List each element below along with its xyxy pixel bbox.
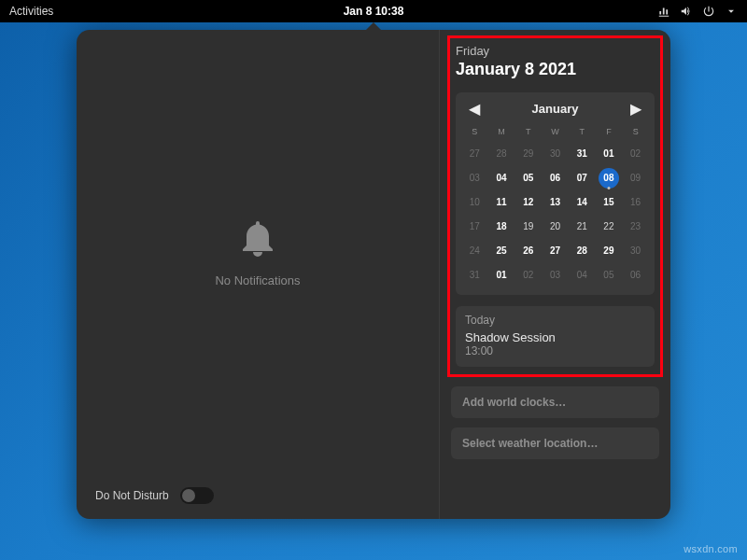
popover-arrow [366, 22, 381, 30]
calendar-grid: SMTWTFS272829303101020304050607080910111… [461, 123, 649, 287]
calendar-day[interactable]: 30 [542, 142, 569, 166]
calendar-day[interactable]: 24 [461, 239, 488, 263]
weekday-header: S [622, 123, 649, 142]
calendar-day[interactable]: 31 [461, 263, 488, 287]
calendar-day[interactable]: 18 [488, 215, 515, 239]
calendar-day[interactable]: 27 [542, 239, 569, 263]
calendar-day[interactable]: 30 [622, 239, 649, 263]
calendar-day[interactable]: 21 [569, 215, 596, 239]
event-title: Shadow Session [465, 330, 645, 344]
calendar-day[interactable]: 29 [596, 239, 623, 263]
calendar-day[interactable]: 09 [622, 166, 649, 190]
weekday-header: T [569, 123, 596, 142]
calendar-day[interactable]: 29 [514, 142, 542, 166]
calendar-day[interactable]: 15 [596, 190, 623, 215]
calendar-day[interactable]: 02 [622, 142, 649, 166]
calendar-day[interactable]: 11 [488, 190, 515, 215]
weekday-header: F [596, 123, 623, 142]
activities-button[interactable]: Activities [9, 5, 53, 18]
calendar-day[interactable]: 03 [542, 263, 569, 287]
no-notifications-label: No Notifications [215, 273, 300, 287]
calendar-day[interactable]: 10 [461, 190, 488, 215]
calendar-day[interactable]: 02 [514, 263, 542, 287]
top-bar: Activities Jan 8 10:38 [0, 0, 747, 22]
calendar-day[interactable]: 28 [488, 142, 515, 166]
calendar-day[interactable]: 06 [542, 166, 569, 190]
calendar-day[interactable]: 19 [514, 215, 542, 239]
volume-icon[interactable] [680, 5, 693, 18]
calendar-day[interactable]: 27 [461, 142, 488, 166]
calendar-day[interactable]: 04 [569, 263, 596, 287]
event-item[interactable]: Shadow Session 13:00 [465, 330, 645, 357]
watermark-label: wsxdn.com [684, 543, 738, 554]
calendar-popover: No Notifications Do Not Disturb Friday J… [77, 30, 670, 519]
notifications-pane: No Notifications Do Not Disturb [77, 30, 439, 519]
chevron-down-icon[interactable] [725, 5, 738, 18]
bell-icon [235, 216, 280, 264]
do-not-disturb-label: Do Not Disturb [95, 489, 169, 502]
calendar-day[interactable]: 16 [622, 190, 649, 215]
annotation-highlight: Friday January 8 2021 ◀ January ▶ SMTWTF… [447, 35, 663, 377]
events-header: Today [465, 314, 645, 327]
calendar-day[interactable]: 07 [569, 166, 596, 190]
events-box: Today Shadow Session 13:00 [456, 306, 655, 367]
calendar-day[interactable]: 06 [622, 263, 649, 287]
calendar-day[interactable]: 31 [569, 142, 596, 166]
calendar-day[interactable]: 25 [488, 239, 515, 263]
calendar-day[interactable]: 03 [461, 166, 488, 190]
calendar-day[interactable]: 08 [596, 166, 623, 190]
prev-month-button[interactable]: ◀ [465, 100, 484, 118]
calendar-day[interactable]: 23 [622, 215, 649, 239]
calendar-day[interactable]: 13 [542, 190, 569, 215]
calendar-day[interactable]: 14 [569, 190, 596, 215]
weekday-header: M [488, 123, 515, 142]
calendar-day[interactable]: 01 [488, 263, 515, 287]
calendar-pane: Friday January 8 2021 ◀ January ▶ SMTWTF… [439, 30, 670, 519]
weekday-label: Friday [456, 44, 655, 58]
select-weather-location-button[interactable]: Select weather location… [451, 427, 659, 459]
calendar-widget: ◀ January ▶ SMTWTFS272829303101020304050… [456, 92, 655, 295]
next-month-button[interactable]: ▶ [627, 100, 645, 118]
calendar-day[interactable]: 22 [596, 215, 623, 239]
month-label: January [532, 102, 579, 116]
full-date-label: January 8 2021 [456, 60, 655, 79]
clock-button[interactable]: Jan 8 10:38 [344, 5, 404, 18]
calendar-day[interactable]: 26 [514, 239, 542, 263]
weekday-header: T [514, 123, 542, 142]
weekday-header: W [542, 123, 569, 142]
add-world-clocks-button[interactable]: Add world clocks… [451, 386, 659, 418]
calendar-day[interactable]: 28 [569, 239, 596, 263]
calendar-day[interactable]: 12 [514, 190, 542, 215]
calendar-day[interactable]: 05 [596, 263, 623, 287]
calendar-day[interactable]: 05 [514, 166, 542, 190]
do-not-disturb-toggle[interactable] [180, 487, 214, 504]
event-time: 13:00 [465, 344, 645, 357]
calendar-day[interactable]: 01 [596, 142, 623, 166]
calendar-day[interactable]: 20 [542, 215, 569, 239]
calendar-day[interactable]: 04 [488, 166, 515, 190]
network-icon[interactable] [657, 5, 670, 18]
weekday-header: S [461, 123, 488, 142]
calendar-day[interactable]: 17 [461, 215, 488, 239]
power-icon[interactable] [702, 5, 715, 18]
